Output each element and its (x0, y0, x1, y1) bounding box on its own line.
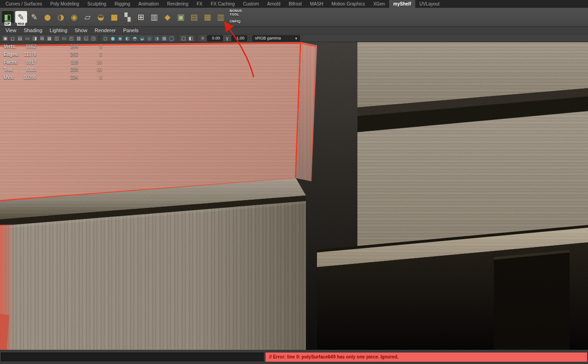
shelf-tool-label: CP (4, 22, 11, 26)
viewport-3d[interactable]: Verts: 5662 144 0 Edges: 11378 262 0 Fac… (0, 42, 588, 350)
shelf-tab[interactable]: Rendering (163, 0, 192, 8)
gamma-field[interactable]: 1.00 (232, 35, 247, 41)
shelf-tool-button[interactable]: ◧ CP (1, 8, 14, 26)
shelf-tab[interactable]: UVLayout (415, 0, 444, 8)
shelf-tool-button[interactable]: ✎ Hist (14, 8, 28, 26)
shelf-tool-icon: ▣ (175, 11, 187, 23)
exposure-field[interactable]: 0.00 (207, 35, 223, 41)
gamma-icon[interactable]: γ (224, 35, 231, 41)
shelf-tab[interactable]: XGen (369, 0, 389, 8)
bonus-label-line2: TOOL (230, 13, 242, 17)
shelf-tool-icon: ⊞ (135, 11, 147, 23)
toolbar-icon[interactable]: ▭ (24, 35, 31, 41)
shelf-tool-button[interactable]: ◑ (54, 8, 68, 26)
panel-menu-item[interactable]: Renderer (91, 27, 119, 34)
bonus-label-line1: BONUS (230, 9, 242, 13)
shelf-tool-button[interactable]: ▦ (201, 8, 214, 26)
toolbar-icon[interactable]: ○ (102, 35, 109, 41)
shelf-tab[interactable]: Animation (134, 0, 163, 8)
toolbar-icon[interactable]: ● (109, 35, 116, 41)
view-transform-value: sRGB gamma (255, 36, 281, 40)
toolbar-icon[interactable]: ◎ (146, 35, 153, 41)
chevron-down-icon: ▼ (295, 37, 297, 40)
shelf-tool-button[interactable]: ▱ (81, 8, 94, 26)
toolbar-icon[interactable]: ▣ (2, 35, 9, 41)
toolbar-icon[interactable]: ▥ (75, 35, 82, 41)
shelf-tab[interactable]: myShelf (389, 0, 415, 8)
shelf-tool-icon: ◆ (162, 11, 174, 23)
toolbar-icon[interactable]: ▩ (161, 35, 168, 41)
panel-menu-item[interactable]: Shading (20, 27, 46, 34)
toolbar-icon[interactable]: ◓ (131, 35, 138, 41)
toolbar-icon[interactable]: ◐ (124, 35, 131, 41)
shelf-tab-bar: Curves / Surfaces Poly Modeling Sculptin… (0, 0, 588, 8)
panel-menu-bar: View Shading Lighting Show Renderer Pane… (0, 27, 588, 34)
shelf-tool-button[interactable]: ▥ (214, 8, 227, 26)
panel-menu-item[interactable]: Show (71, 27, 91, 34)
toolbar-icon[interactable]: ◑ (153, 35, 160, 41)
shelf-tool-button[interactable]: ◆ (161, 8, 174, 26)
shelf-tab[interactable]: Rigging (110, 0, 134, 8)
view-tools-group: □◧ (180, 35, 194, 41)
bonus-tool-label: BONUS TOOL (230, 9, 242, 16)
shelf-tab[interactable]: Curves / Surfaces (1, 0, 46, 8)
toolbar-icon[interactable]: ◫ (53, 35, 60, 41)
shelf-tool-icon: ▱ (82, 11, 94, 23)
toolbar-icon[interactable]: ◱ (83, 35, 90, 41)
toolbar-icon[interactable]: ◰ (68, 35, 75, 41)
toolbar-icon[interactable]: ▤ (17, 35, 23, 41)
toolbar-icon[interactable]: ◳ (90, 35, 97, 41)
shelf-tool-button[interactable]: ■ (107, 8, 121, 26)
toolbar-icon[interactable]: □ (180, 35, 187, 41)
shelf-tool-button[interactable]: ● (41, 8, 54, 26)
toolbar-separator (99, 35, 100, 41)
shelf-tab[interactable]: Poly Modeling (46, 0, 83, 8)
shelf-tool-button[interactable]: ⊞ (134, 8, 147, 26)
toolbar-icon[interactable]: ▭ (61, 35, 68, 41)
shelf-tab[interactable]: FX (192, 0, 207, 8)
panel-menu-item[interactable]: Lighting (46, 27, 71, 34)
viewport-scene (0, 42, 588, 350)
panel-menu-item[interactable]: View (2, 27, 20, 34)
shelf-tool-button[interactable]: ✎ (28, 8, 41, 26)
shelf-tool-icon: ▥ (148, 11, 160, 23)
panel-menu-item[interactable]: Panels (119, 27, 142, 34)
toolbar-icon[interactable]: ◨ (31, 35, 38, 41)
toolbar-icon[interactable]: ◯ (168, 35, 175, 41)
shelf-tab[interactable]: MASH (306, 0, 328, 8)
shelf-tool-icon: ◒ (95, 11, 107, 23)
shelf-tool-icon: ✎ (28, 11, 40, 23)
toolbar-icon[interactable]: ◉ (117, 35, 124, 41)
toolbar-separator (197, 35, 197, 41)
shelf-tab[interactable]: FX Caching (207, 0, 239, 8)
shelf-tool-button[interactable]: ▥ (147, 8, 161, 26)
shelf: ◧ CP ✎ Hist ✎ ● ◑ (0, 8, 588, 27)
shelf-tool-button[interactable]: ▣ (174, 8, 187, 26)
shelf-tool-button[interactable]: ◒ (94, 8, 107, 26)
toolbar-icon[interactable]: ⊞ (39, 35, 45, 41)
toolbar-icon[interactable]: ◧ (187, 35, 194, 41)
shelf-tool-button[interactable]: ▤ (187, 8, 201, 26)
shelf-tool-icon: ● (42, 11, 54, 23)
toolbar-icon[interactable]: ◒ (139, 35, 146, 41)
shelf-tool-icon: ◑ (55, 11, 67, 23)
shelf-tool-icon: ▚ (122, 11, 134, 23)
shelf-tool-label: Hist (17, 22, 25, 26)
command-line-input[interactable] (1, 353, 264, 361)
display-tools-group: ○●◉◐◓◒◎◑▩◯ (102, 35, 175, 41)
shelf-tool-icon: ■ (108, 11, 120, 23)
shelf-tab[interactable]: Sculpting (83, 0, 110, 8)
shelf-tool-button[interactable]: ▚ (121, 8, 134, 26)
exposure-icon[interactable]: ☼ (199, 35, 206, 41)
shelf-tab[interactable]: Custom (239, 0, 263, 8)
shelf-tab[interactable]: Bifrost (284, 0, 305, 8)
toolbar-icon[interactable]: ▦ (46, 35, 53, 41)
shelf-tab[interactable]: Motion Graphics (328, 0, 369, 8)
shelf-tool-icon: ▤ (188, 11, 200, 23)
shelf-tab[interactable]: Arnold (263, 0, 284, 8)
camera-tools-group: ▣◻▤▭◨⊞▦◫▭◰▥◱◳ (2, 35, 97, 41)
shelf-tool-button[interactable]: ◉ (68, 8, 81, 26)
view-transform-dropdown[interactable]: sRGB gamma ▼ (252, 35, 300, 41)
shelf-tool-icon: ▦ (202, 11, 214, 23)
toolbar-icon[interactable]: ◻ (9, 35, 16, 41)
